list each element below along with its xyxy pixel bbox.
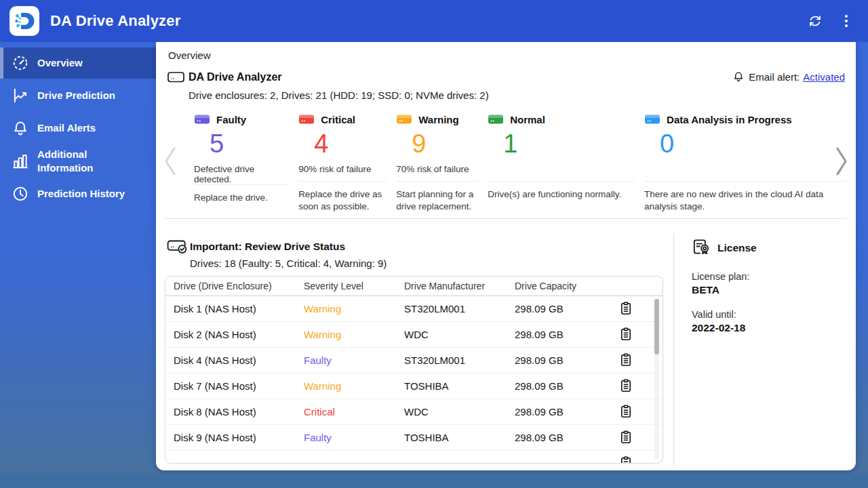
- sidebar-item-icon: [12, 152, 29, 170]
- sidebar-item-icon: [12, 119, 29, 137]
- drive-details-button[interactable]: [617, 378, 635, 395]
- drive-status-icon: [298, 112, 315, 127]
- cell-manufacturer: WDC: [396, 406, 507, 418]
- clipboard-icon: [618, 429, 634, 445]
- status-card-count: 4: [314, 129, 387, 159]
- status-card-description: There are no new drives in the cloud AI …: [644, 181, 846, 214]
- email-alert-status: Email alert: Activated: [732, 70, 845, 83]
- table-scrollbar-thumb[interactable]: [654, 299, 659, 354]
- cell-capacity: 298.09 GB: [507, 406, 595, 418]
- sidebar-item-label: Email Alerts: [37, 121, 96, 135]
- cell-drive: Disk 9 (NAS Host): [165, 432, 296, 443]
- cell-capacity: 298.09 GB: [507, 303, 595, 314]
- status-card: Normal 1 Drive(s) are functioning normal…: [488, 112, 644, 217]
- drive-details-button[interactable]: [617, 352, 635, 369]
- cell-severity: Warning: [296, 380, 396, 392]
- sidebar-item[interactable]: Prediction History: [0, 178, 156, 209]
- col-header-drive: Drive (Drive Enclosure): [165, 281, 296, 291]
- drive-table-body: Disk 1 (NAS Host) Warning ST320LM001 298…: [165, 296, 663, 464]
- cell-capacity: 298.09 GB: [507, 380, 595, 392]
- license-valid-value: 2022-02-18: [692, 322, 745, 334]
- status-card-label: Faulty: [216, 114, 246, 125]
- refresh-button[interactable]: [806, 12, 825, 30]
- top-bar: DA Drive Analyzer: [0, 0, 868, 42]
- status-card-subtitle: [488, 164, 635, 181]
- carousel-prev-button[interactable]: [161, 144, 179, 179]
- summary-title: DA Drive Analyzer: [189, 71, 282, 83]
- cell-drive: Disk 7 (NAS Host): [165, 380, 296, 392]
- email-alert-label: Email alert:: [749, 71, 800, 83]
- drive-details-button[interactable]: [617, 429, 635, 447]
- chevron-left-icon: [161, 144, 179, 179]
- status-card-count: 9: [412, 129, 478, 159]
- drive-table: Drive (Drive Enclosure) Severity Level D…: [165, 276, 663, 464]
- cell-drive: Disk 1 (NAS Host): [165, 303, 296, 314]
- sidebar-item[interactable]: Drive Prediction: [0, 80, 156, 111]
- col-header-capacity: Drive Capacity: [507, 281, 595, 291]
- review-subtitle: Drives: 18 (Faulty: 5, Critical: 4, Warn…: [190, 258, 387, 269]
- drive-details-button[interactable]: [617, 455, 635, 464]
- clipboard-icon: [618, 403, 634, 420]
- sidebar-item[interactable]: Additional Information: [0, 145, 156, 177]
- col-header-severity: Severity Level: [296, 281, 396, 291]
- drive-status-icon: [644, 112, 660, 127]
- drive-details-button[interactable]: [617, 403, 635, 421]
- license-plan-value: BETA: [692, 284, 719, 296]
- table-row: Disk 4 (NAS Host) Faulty ST320LM001 298.…: [165, 348, 663, 373]
- drive-status-icon: [396, 112, 412, 127]
- sidebar-item[interactable]: Overview: [0, 47, 156, 79]
- status-card-label: Normal: [510, 114, 545, 125]
- license-plan-label: License plan:: [692, 271, 749, 282]
- status-card-subtitle: [644, 164, 846, 181]
- status-cards: Faulty 5 Defective drive detected. Repla…: [194, 112, 856, 217]
- sidebar-item[interactable]: Email Alerts: [0, 113, 156, 144]
- main-panel: Overview DA Drive Analyzer Drive enclosu…: [156, 42, 856, 470]
- table-row: Disk 1 (NAS Host) Warning ST320LM001 298…: [165, 296, 663, 322]
- license-icon: [692, 237, 711, 256]
- chevron-right-icon: [833, 144, 850, 179]
- status-card: Warning 9 70% risk of failure Start plan…: [396, 112, 488, 217]
- carousel-next-button[interactable]: [833, 144, 850, 179]
- drive-status-icon: [488, 112, 504, 127]
- clipboard-icon: [618, 455, 634, 464]
- drive-table-header: Drive (Drive Enclosure) Severity Level D…: [165, 277, 663, 296]
- license-title: License: [717, 242, 757, 254]
- cell-manufacturer: ST320LM001: [396, 354, 507, 366]
- status-card-subtitle: 90% risk of failure: [298, 164, 387, 181]
- clipboard-icon: [618, 300, 634, 317]
- status-card-description: Replace the drive.: [194, 184, 289, 217]
- cell-drive: Disk 2 (NAS Host): [165, 329, 296, 340]
- drive-status-icon: [194, 112, 210, 127]
- cell-severity: Faulty: [296, 432, 396, 443]
- sidebar-item-label: Additional Information: [37, 148, 139, 174]
- table-row: Disk 7 (NAS Host) Warning TOSHIBA 298.09…: [165, 373, 663, 399]
- drive-details-button[interactable]: [617, 300, 635, 318]
- email-alert-activated-link[interactable]: Activated: [803, 71, 845, 83]
- sidebar: Overview Drive Prediction Email Alerts A…: [0, 42, 156, 474]
- status-card-subtitle: 70% risk of failure: [396, 164, 478, 181]
- status-card: Data Analysis in Progress 0 There are no…: [644, 112, 856, 217]
- table-row: Disk 2 (NAS Host) Warning WDC 298.09 GB: [165, 322, 663, 348]
- app-logo: [9, 6, 39, 36]
- cell-capacity: 298.09 GB: [507, 329, 595, 340]
- license-valid-label: Valid until:: [692, 309, 736, 320]
- cell-manufacturer: ST320LM001: [396, 303, 507, 314]
- sidebar-item-label: Overview: [37, 56, 83, 70]
- more-options-button[interactable]: [837, 12, 856, 30]
- status-card-label: Critical: [321, 114, 355, 125]
- section-divider: [165, 218, 847, 219]
- status-card-label: Data Analysis in Progress: [667, 114, 792, 125]
- cell-capacity: 298.09 GB: [507, 354, 595, 366]
- page-title: Overview: [168, 49, 211, 61]
- status-card-subtitle: Defective drive detected.: [194, 164, 289, 184]
- clipboard-icon: [618, 352, 634, 368]
- drive-details-button[interactable]: [617, 326, 635, 344]
- status-card-count: 0: [660, 129, 846, 159]
- clipboard-icon: [618, 378, 634, 394]
- cell-capacity: 298.09 GB: [507, 432, 595, 443]
- status-card-description: Start planning for a drive replacement.: [396, 181, 478, 214]
- refresh-icon: [807, 13, 823, 29]
- sidebar-item-icon: [12, 185, 29, 203]
- table-row: Disk 8 (NAS Host) Critical WDC 298.09 GB: [165, 399, 663, 425]
- status-card-count: 5: [210, 129, 289, 159]
